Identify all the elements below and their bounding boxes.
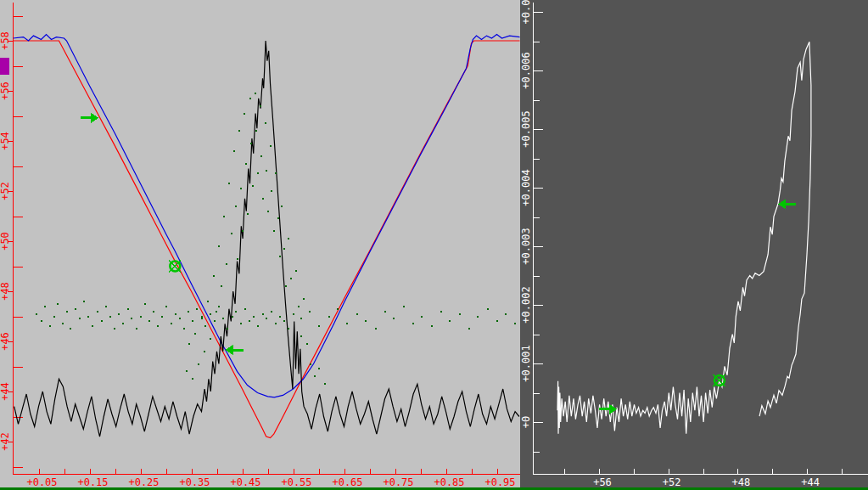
- scatter-dot: [79, 318, 81, 319]
- y-tick-label: +50: [0, 232, 11, 251]
- scatter-dot: [171, 323, 172, 324]
- scatter-dot: [161, 316, 163, 318]
- scatter-dot: [57, 303, 59, 305]
- scatter-dot: [136, 328, 137, 329]
- y-tick-label: +56: [0, 82, 11, 100]
- scatter-dot: [223, 216, 225, 217]
- scatter-dot: [228, 183, 230, 184]
- scatter-dot: [281, 206, 283, 207]
- scatter-dot: [244, 113, 245, 115]
- scatter-dot: [83, 301, 85, 302]
- scatter-dot: [328, 316, 330, 318]
- scatter-dot: [192, 320, 193, 322]
- scatter-dot: [140, 316, 142, 318]
- y-tick-label: +44: [0, 382, 11, 401]
- y-tick-label: +0.001: [520, 345, 532, 381]
- scatter-dot: [393, 318, 395, 319]
- scatter-dot: [97, 311, 98, 313]
- scatter-dot: [283, 320, 285, 322]
- scatter-dot: [218, 245, 220, 247]
- y-tick-label: +0.005: [520, 110, 532, 147]
- scatter-dot: [207, 301, 209, 302]
- ramp-chart: +0.05+0.15+0.25+0.35+0.45+0.55+0.65+0.75…: [0, 0, 520, 490]
- ramp-panel-background: [0, 0, 520, 490]
- y-tick-label: +58: [0, 31, 11, 50]
- scatter-dot: [421, 316, 423, 318]
- scatter-dot: [300, 335, 302, 337]
- scatter-dot: [249, 320, 250, 322]
- scatter-dot: [324, 383, 326, 385]
- scatter-dot: [235, 311, 237, 313]
- scatter-dot: [309, 311, 311, 313]
- scatter-dot: [337, 308, 339, 310]
- y-tick-label: +0.0: [520, 0, 532, 24]
- x-tick-label: +56: [593, 476, 612, 488]
- scatter-dot: [459, 313, 461, 315]
- scatter-dot: [233, 150, 235, 152]
- scatter-dot: [183, 328, 185, 329]
- scatter-dot: [232, 316, 233, 318]
- scatter-dot: [298, 306, 300, 307]
- y-tick-label: +0: [520, 416, 532, 428]
- scatter-dot: [356, 313, 358, 315]
- scatter-dot: [213, 275, 215, 277]
- scatter-dot: [318, 325, 320, 327]
- scatter-dot: [285, 285, 287, 287]
- scatter-dot: [245, 163, 247, 165]
- scatter-dot: [375, 328, 377, 329]
- scatter-dot: [496, 320, 498, 322]
- scatter-dot: [270, 145, 272, 147]
- scatter-dot: [235, 206, 237, 207]
- cursor-circle[interactable]: [169, 261, 181, 273]
- scatter-dot: [227, 328, 228, 329]
- scatter-dot: [118, 313, 120, 315]
- scatter-dot: [279, 256, 281, 257]
- scatter-dot: [188, 311, 189, 313]
- x-tick-label: +0.85: [434, 476, 464, 488]
- ramp-panel[interactable]: +0.05+0.15+0.25+0.35+0.45+0.55+0.65+0.75…: [0, 0, 520, 490]
- cursor-circle[interactable]: [714, 375, 725, 386]
- scatter-dot: [288, 238, 289, 239]
- scatter-dot: [127, 308, 129, 310]
- x-tick-label: +0.55: [281, 476, 311, 488]
- y-tick-label: +0.003: [520, 228, 532, 264]
- scatter-dot: [210, 338, 211, 340]
- scatter-dot: [505, 313, 507, 315]
- x-tick-label: +0.35: [179, 476, 210, 488]
- x-tick-label: +44: [801, 476, 820, 488]
- scatter-dot: [188, 343, 190, 345]
- scatter-dot: [44, 306, 46, 307]
- scatter-dot: [346, 323, 348, 324]
- scatter-dot: [318, 368, 320, 369]
- scatter-dot: [41, 320, 42, 322]
- scatter-dot: [62, 323, 64, 324]
- x-tick-label: +0.95: [484, 476, 515, 488]
- scatter-dot: [75, 308, 76, 310]
- scatter-dot: [53, 316, 55, 318]
- scatter-dot: [201, 316, 203, 318]
- scatter-dot: [238, 130, 240, 132]
- scatter-dot: [257, 325, 259, 327]
- y-tick-label: +0.004: [520, 169, 532, 206]
- scatter-dot: [131, 318, 132, 319]
- scatter-dot: [449, 320, 451, 322]
- scatter-dot: [222, 318, 224, 319]
- scatter-dot: [262, 198, 264, 200]
- scatter-dot: [201, 318, 203, 319]
- range-handle[interactable]: [0, 58, 9, 75]
- force-panel[interactable]: +56+52+48+44+0.0+0.006+0.005+0.004+0.003…: [520, 0, 868, 490]
- scatter-dot: [204, 325, 206, 327]
- scatter-dot: [87, 316, 89, 318]
- scatter-dot: [70, 328, 71, 329]
- scatter-dot: [314, 375, 316, 377]
- scatter-dot: [101, 320, 103, 322]
- scatter-dot: [148, 320, 150, 322]
- scatter-dot: [242, 230, 244, 232]
- y-tick-label: +42: [0, 432, 11, 451]
- scatter-dot: [186, 370, 188, 372]
- scatter-dot: [487, 308, 489, 310]
- scatter-dot: [293, 313, 294, 315]
- scatter-dot: [66, 311, 68, 313]
- scatter-dot: [165, 306, 167, 307]
- instrument-screen: +0.05+0.15+0.25+0.35+0.45+0.55+0.65+0.75…: [0, 0, 868, 490]
